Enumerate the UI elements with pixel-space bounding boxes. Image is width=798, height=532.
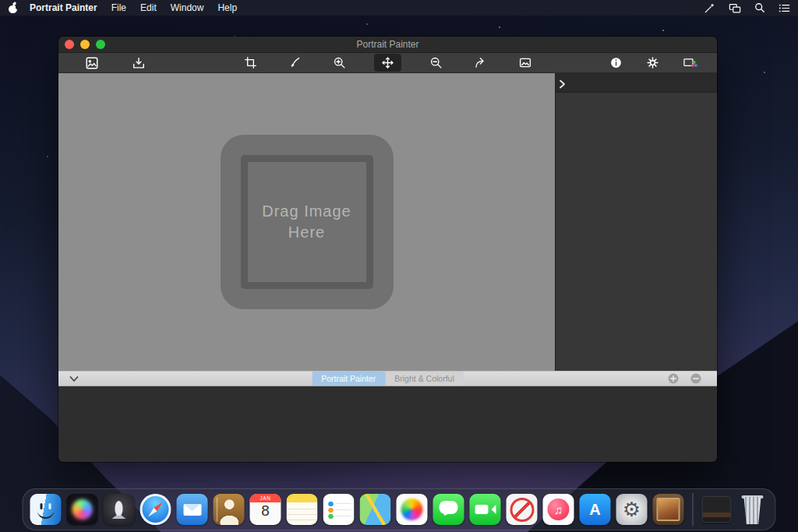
dock-icon-appstore[interactable]: A [580,494,611,525]
info-button[interactable] [606,55,626,71]
window-titlebar[interactable]: Portrait Painter [58,37,717,53]
preset-strip [58,386,717,462]
export-color-icon [683,56,698,69]
menu-edit[interactable]: Edit [140,2,157,13]
preset-bar: Portrait Painter Bright & Colorful [58,371,717,386]
adjust-image-button[interactable] [515,55,535,71]
dock-icon-mail[interactable] [177,494,208,525]
displays-status-button[interactable] [729,2,741,14]
zoom-out-button[interactable] [426,55,446,71]
dock-icon-facetime[interactable] [470,494,501,525]
search-icon [754,2,765,13]
tab-bright-colorful[interactable]: Bright & Colorful [385,372,463,386]
notification-center-button[interactable] [779,3,790,13]
itunes-glyph: ♫ [554,503,563,516]
minimize-button[interactable] [80,40,90,49]
calendar-day: 8 [250,502,281,520]
dock-icon-painter[interactable] [653,494,684,525]
menu-app-name[interactable]: Portrait Painter [30,2,97,13]
zoom-in-icon [333,56,346,69]
spotlight-search-button[interactable] [754,2,765,13]
dock-icon-finder[interactable] [30,494,62,525]
dock-icon-photos[interactable] [397,494,428,525]
image-frame-icon [518,56,532,69]
dock-icon-launchpad[interactable] [104,494,135,525]
panel-expand-button[interactable] [559,78,566,92]
close-button[interactable] [65,40,74,49]
settings-button[interactable] [643,55,662,71]
dock-icon-nosign[interactable] [507,494,538,525]
zoom-out-icon [429,56,443,69]
chevron-right-icon [559,79,566,89]
calendar-month: JAN [250,495,281,501]
drop-placeholder-text: Drag Image Here [252,201,362,243]
preset-actions [668,373,701,384]
plus-circle-icon [668,373,679,384]
dock-icon-prefs[interactable]: ⚙ [616,494,648,525]
import-button[interactable] [129,55,149,72]
minus-circle-icon [690,373,701,384]
preset-tabs: Portrait Painter Bright & Colorful [312,372,463,386]
window-main: Drag Image Here [58,73,717,371]
dock-icon-trash[interactable] [737,494,768,525]
new-image-button[interactable] [82,55,102,72]
drop-zone-border: Drag Image Here [241,155,373,289]
chevron-down-icon [69,375,79,382]
collapse-presets-button[interactable] [69,375,79,382]
drop-zone[interactable]: Drag Image Here [221,135,394,309]
image-icon [85,56,99,70]
apple-menu[interactable] [8,2,19,14]
app-window: Portrait Painter [58,37,717,462]
dock-separator [693,493,694,526]
canvas-area[interactable]: Drag Image Here [58,73,555,371]
dock-icon-contacts[interactable] [214,494,245,525]
dock-icon-safari[interactable] [140,494,171,525]
tab-portrait-painter[interactable]: Portrait Painter [312,372,385,386]
prefs-glyph: ⚙ [623,499,641,520]
side-panel-header [556,73,717,93]
dock-icon-messages[interactable] [433,494,464,525]
import-tray-icon [132,56,146,70]
zoom-button[interactable] [96,40,105,49]
export-button[interactable] [680,55,701,71]
gear-icon [646,56,659,69]
toolbar [58,53,717,73]
info-icon [609,56,623,69]
move-icon [381,56,394,69]
crop-icon [244,56,257,69]
menu-window[interactable]: Window [171,2,204,13]
dock-icon-reminders[interactable] [323,494,355,525]
zoom-in-button[interactable] [330,55,349,71]
side-panel [555,73,717,371]
dock-icon-itunes[interactable]: ♫ [543,494,574,525]
share-button[interactable] [471,55,490,71]
add-preset-button[interactable] [668,373,679,384]
dock-icon-maps[interactable] [360,494,391,525]
share-arrow-icon [474,56,487,69]
dock-icon-notes[interactable] [287,494,318,525]
crop-tool-button[interactable] [241,55,260,71]
dock-icon-siri[interactable] [67,494,98,525]
dock: JAN8♫A⚙ [23,488,776,530]
window-title: Portrait Painter [58,39,717,50]
wand-status-button[interactable] [704,2,715,14]
menu-bar: Portrait Painter File Edit Window Help [0,0,798,16]
remove-preset-button[interactable] [690,373,701,384]
move-tool-button[interactable] [374,54,401,72]
brush-icon [288,56,302,69]
menu-help[interactable]: Help [217,2,237,13]
wand-icon [704,2,715,14]
desktop: Portrait Painter File Edit Window Help P… [0,0,798,532]
dock-icon-file[interactable] [702,496,732,523]
menu-file[interactable]: File [111,2,126,13]
notification-list-icon [779,3,790,13]
displays-icon [729,2,741,14]
brush-tool-button[interactable] [285,55,305,71]
appstore-glyph: A [589,501,600,519]
dock-icon-calendar[interactable]: JAN8 [250,494,281,525]
